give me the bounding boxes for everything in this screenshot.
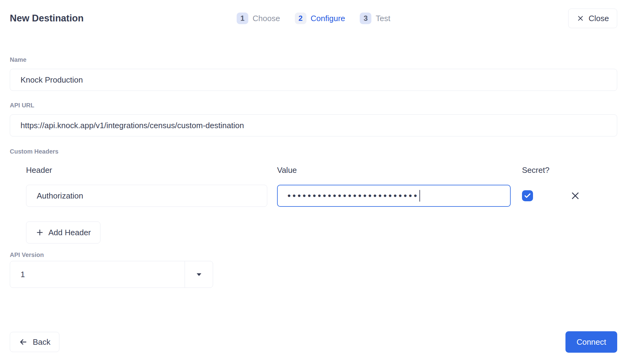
remove-x-icon	[570, 191, 580, 201]
step-number-badge: 2	[295, 13, 306, 24]
header-name-input[interactable]	[26, 185, 267, 207]
page-title: New Destination	[10, 13, 237, 24]
step-label: Test	[376, 14, 390, 23]
close-icon	[576, 14, 584, 22]
step-label: Configure	[311, 14, 345, 23]
back-button-label: Back	[33, 337, 51, 347]
connect-button-label: Connect	[576, 337, 606, 347]
step-number-badge: 1	[237, 13, 248, 24]
api-version-label: API Version	[10, 251, 617, 258]
checkmark-icon	[524, 192, 531, 199]
step-label: Choose	[253, 14, 280, 23]
api-url-input[interactable]	[10, 114, 617, 136]
secret-checkbox[interactable]	[522, 190, 533, 201]
arrow-left-icon	[19, 337, 28, 347]
back-button[interactable]: Back	[10, 332, 59, 352]
api-version-select[interactable]: 1	[10, 261, 213, 288]
wizard-header: New Destination 1 Choose 2 Configure 3 T…	[10, 9, 617, 28]
api-version-selected-value: 1	[10, 261, 185, 288]
wizard-footer: Back Connect	[10, 331, 617, 353]
text-cursor	[419, 190, 420, 202]
stepper-step-choose[interactable]: 1 Choose	[237, 13, 280, 24]
chevron-down-icon	[195, 270, 203, 279]
header-value-input[interactable]: ••••••••••••••••••••••••••	[277, 185, 511, 207]
column-header-header: Header	[26, 165, 267, 175]
remove-header-button[interactable]	[570, 191, 580, 201]
custom-header-row: ••••••••••••••••••••••••••	[10, 185, 617, 207]
close-button-label: Close	[589, 14, 609, 23]
close-button[interactable]: Close	[568, 9, 617, 28]
api-url-label: API URL	[10, 102, 617, 109]
step-number-badge: 3	[360, 13, 371, 24]
masked-secret-value: ••••••••••••••••••••••••••	[287, 191, 419, 200]
wizard-stepper: 1 Choose 2 Configure 3 Test	[237, 13, 390, 24]
name-input[interactable]	[10, 69, 617, 91]
column-header-value: Value	[277, 165, 511, 175]
custom-headers-label: Custom Headers	[10, 148, 617, 155]
add-header-button-label: Add Header	[48, 228, 91, 237]
stepper-step-configure[interactable]: 2 Configure	[295, 13, 345, 24]
connect-button[interactable]: Connect	[565, 331, 617, 353]
column-header-secret: Secret?	[522, 165, 550, 175]
select-arrow-zone[interactable]	[185, 261, 213, 288]
stepper-step-test[interactable]: 3 Test	[360, 13, 390, 24]
custom-headers-column-row: Header Value Secret?	[10, 165, 617, 175]
secret-cell	[522, 190, 580, 201]
add-header-button[interactable]: Add Header	[26, 221, 100, 243]
name-label: Name	[10, 56, 617, 63]
plus-icon	[36, 228, 44, 237]
